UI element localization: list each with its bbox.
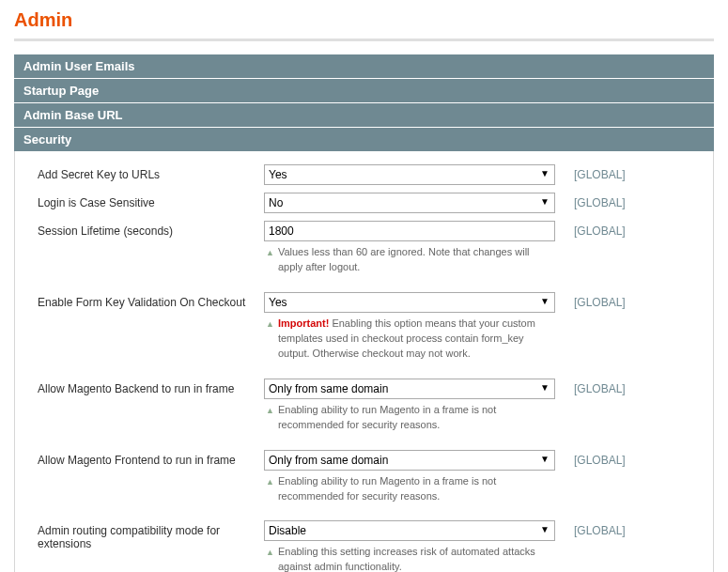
scope-backend-frame: [GLOBAL]	[555, 379, 677, 395]
field-case-sensitive: Login is Case Sensitive No [GLOBAL]	[24, 193, 704, 213]
label-session-lifetime: Session Lifetime (seconds)	[24, 221, 264, 238]
hint-routing-compat: ▲ Enabling this setting increases risk o…	[264, 545, 555, 572]
hint-frontend-frame: ▲ Enabling ability to run Magento in a f…	[264, 474, 555, 504]
section-admin-base-url[interactable]: Admin Base URL	[14, 103, 714, 128]
hint-arrow-icon: ▲	[266, 547, 274, 559]
field-routing-compat: Admin routing compatibility mode for ext…	[24, 520, 704, 572]
label-form-key: Enable Form Key Validation On Checkout	[24, 292, 264, 309]
label-backend-frame: Allow Magento Backend to run in frame	[24, 379, 264, 395]
page-title: Admin	[14, 9, 714, 31]
field-session-lifetime: Session Lifetime (seconds) ▲ Values less…	[24, 221, 704, 275]
section-startup-page[interactable]: Startup Page	[14, 79, 714, 103]
select-frontend-frame[interactable]: Only from same domain	[264, 450, 555, 471]
security-panel: Add Secret Key to URLs Yes [GLOBAL] Logi…	[14, 151, 714, 572]
select-backend-frame[interactable]: Only from same domain	[264, 379, 555, 399]
hint-arrow-icon: ▲	[266, 318, 274, 331]
section-security[interactable]: Security	[14, 128, 714, 151]
field-form-key: Enable Form Key Validation On Checkout Y…	[24, 292, 704, 362]
scope-session-lifetime: [GLOBAL]	[555, 221, 677, 238]
hint-arrow-icon: ▲	[266, 476, 274, 488]
hint-arrow-icon: ▲	[266, 247, 274, 259]
scope-form-key: [GLOBAL]	[555, 292, 677, 309]
input-session-lifetime[interactable]	[264, 221, 555, 241]
select-routing-compat[interactable]: Disable	[264, 520, 555, 541]
field-frontend-frame: Allow Magento Frontend to run in frame O…	[24, 450, 704, 504]
hint-arrow-icon: ▲	[266, 405, 274, 417]
label-case-sensitive: Login is Case Sensitive	[24, 193, 264, 209]
scope-case-sensitive: [GLOBAL]	[555, 193, 677, 209]
hint-session-lifetime: ▲ Values less than 60 are ignored. Note …	[264, 245, 555, 275]
select-secret-key[interactable]: Yes	[264, 164, 555, 185]
field-secret-key: Add Secret Key to URLs Yes [GLOBAL]	[24, 164, 704, 185]
label-frontend-frame: Allow Magento Frontend to run in frame	[24, 450, 264, 467]
hint-form-key: ▲ Important! Enabling this option means …	[264, 317, 555, 362]
scope-frontend-frame: [GLOBAL]	[555, 450, 677, 467]
select-case-sensitive[interactable]: No	[264, 193, 555, 213]
label-secret-key: Add Secret Key to URLs	[24, 164, 264, 181]
scope-secret-key: [GLOBAL]	[555, 164, 677, 181]
label-routing-compat: Admin routing compatibility mode for ext…	[24, 520, 264, 550]
field-backend-frame: Allow Magento Backend to run in frame On…	[24, 379, 704, 433]
select-form-key[interactable]: Yes	[264, 292, 555, 313]
divider	[14, 39, 714, 41]
hint-backend-frame: ▲ Enabling ability to run Magento in a f…	[264, 403, 555, 433]
section-admin-user-emails[interactable]: Admin User Emails	[14, 54, 714, 79]
scope-routing-compat: [GLOBAL]	[555, 520, 677, 537]
